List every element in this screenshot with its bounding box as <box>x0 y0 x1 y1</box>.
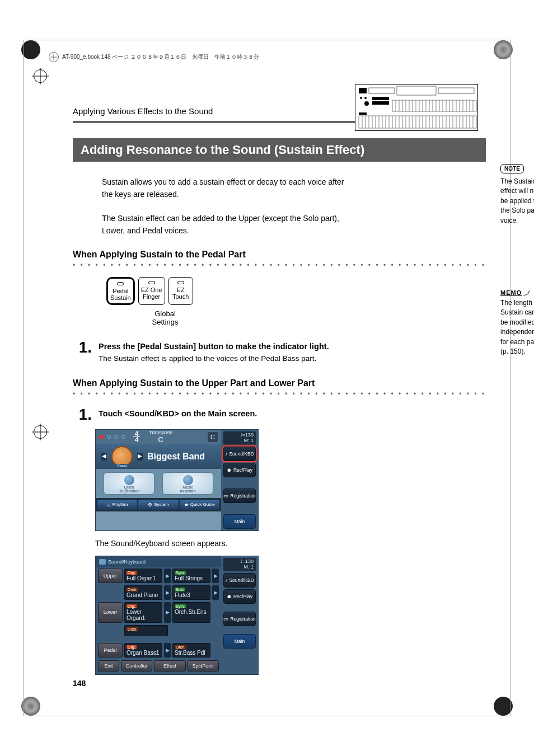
voice-more-button[interactable]: ▶ <box>212 585 219 600</box>
registration-label: Registration <box>230 616 255 622</box>
prev-registration-button[interactable]: ◀ <box>101 453 107 461</box>
step-title: Touch <Sound/KBD> on the Main screen. <box>99 409 486 418</box>
rec-play-button[interactable]: ⏺Rec/Play <box>223 589 256 604</box>
voice-cell-lower-orch[interactable]: Orch. <box>124 625 168 636</box>
transpose-value: C <box>149 435 172 444</box>
svg-rect-0 <box>359 88 367 93</box>
music-assistant-button[interactable]: MusicAssistant <box>162 472 213 495</box>
exit-button[interactable]: Exit <box>98 660 119 672</box>
dotted-rule: • • • • • • • • • • • • • • • • • • • • … <box>73 261 486 269</box>
next-registration-button[interactable]: ▶ <box>137 453 143 461</box>
voice-more-button[interactable]: ▶ <box>212 569 219 583</box>
svg-rect-2 <box>397 86 436 95</box>
beat-dot-icon <box>121 435 125 439</box>
registration-button[interactable]: ▭Registration <box>223 612 256 626</box>
sound-kbd-label: Sound/KBD <box>229 451 254 457</box>
tab-system[interactable]: ⚙System <box>138 500 178 510</box>
part-lower-button[interactable]: Lower <box>98 602 123 623</box>
button-group-caption: GlobalSettings <box>106 309 224 326</box>
time-signature: 4 4 <box>133 431 140 444</box>
main-button[interactable]: Main <box>223 514 256 529</box>
voice-cell-upper-org[interactable]: Org. Full Organ1 <box>124 569 162 583</box>
sound-kbd-button[interactable]: ♪Sound/KBD <box>223 447 256 461</box>
effect-button[interactable]: Effect <box>154 660 185 672</box>
rec-play-button[interactable]: ⏺Rec/Play <box>223 463 256 477</box>
voice-cell-upper-sym[interactable]: Sym. Full Strings <box>172 569 210 583</box>
voice-name: Lower Organ1 <box>127 609 160 621</box>
voice-category: Solo <box>175 588 185 591</box>
voice-category: Sym. <box>175 604 186 608</box>
voice-name: Flute3 <box>175 592 208 598</box>
svg-rect-1 <box>369 88 395 93</box>
note-icon: ♪ <box>225 577 227 583</box>
note-badge: NOTE <box>500 164 524 173</box>
key-button[interactable]: C <box>208 432 218 442</box>
transpose-display: Transpose C <box>149 430 172 444</box>
rec-play-icon: ⏺ <box>227 594 232 599</box>
voice-cell-lower-sym[interactable]: Sym. Orch.Str.Ens <box>172 602 210 623</box>
beat-dot-icon <box>107 435 111 439</box>
registration-label: Registration <box>230 493 255 499</box>
subheading-pedal: When Applying Sustain to the Pedal Part <box>73 250 486 260</box>
tempo-display: ♩=130 M: 1 <box>223 431 256 445</box>
sound-kbd-button[interactable]: ♪Sound/KBD <box>223 573 256 588</box>
voice-more-button[interactable]: ▶ <box>164 569 171 583</box>
svg-rect-7 <box>372 97 389 100</box>
panel-buttons-figure: PedalSustain EZ OneFinger EZTouch Global… <box>106 277 224 326</box>
ez-one-finger-label: EZ OneFinger <box>141 287 162 300</box>
voice-more-button[interactable]: ▶ <box>164 643 171 658</box>
ez-one-finger-button: EZ OneFinger <box>138 277 165 305</box>
music-assistant-label: MusicAssistant <box>163 485 213 493</box>
record-indicator-icon <box>99 435 104 439</box>
voice-name: Orch.Str.Ens <box>175 609 208 615</box>
rec-play-label: Rec/Play <box>233 594 252 599</box>
voice-more-button[interactable]: ▶ <box>164 602 171 623</box>
registration-button[interactable]: ▭Registration <box>223 489 256 503</box>
registration-icon: ▭ <box>223 493 228 499</box>
voice-category: Org. <box>127 604 137 608</box>
voice-cell-upper-solo[interactable]: Solo Flute3 <box>172 585 210 600</box>
memo-text: The length of Sustain can be modified in… <box>500 298 534 356</box>
registration-dial[interactable]: Regist <box>111 446 133 467</box>
dotted-rule: • • • • • • • • • • • • • • • • • • • • … <box>73 390 486 398</box>
voice-name: Organ Bass1 <box>127 650 160 656</box>
main-screen-figure: 4 4 Transpose C C ◀ Regist <box>95 429 259 531</box>
voice-cell-lower-org[interactable]: Org. Lower Organ1 <box>124 602 162 623</box>
window-icon <box>99 559 106 565</box>
page-number: 148 <box>73 679 86 688</box>
step-number: 1. <box>73 339 92 363</box>
screen-caption: The Sound/Keyboard screen appears. <box>95 539 486 548</box>
voice-name: Full Organ1 <box>127 575 160 581</box>
voice-category: Orch. <box>127 627 138 631</box>
voice-more-button[interactable]: ▶ <box>164 585 171 600</box>
sk-titlebar: Sound/Keyboard <box>96 556 221 567</box>
controller-button[interactable]: Controller <box>121 660 152 672</box>
book-header-text: AT-900_e.book 148 ページ ２００８年９月１６日 火曜日 午前１… <box>62 53 259 61</box>
tab-quick-guide[interactable]: ★Quick Guide <box>180 500 219 510</box>
header-arrow-icon <box>49 52 59 62</box>
ez-touch-button: EZTouch <box>168 277 193 305</box>
subheading-upper-lower: When Applying Sustain to the Upper Part … <box>73 378 486 388</box>
part-upper-button[interactable]: Upper <box>98 569 123 583</box>
sk-title: Sound/Keyboard <box>108 559 146 565</box>
ez-touch-label: EZTouch <box>172 287 189 300</box>
voice-cell-pedal-org[interactable]: Org. Organ Bass1 <box>124 643 162 658</box>
pedal-sustain-label: PedalSustain <box>110 288 131 301</box>
voice-cell-upper-orch[interactable]: Orch. Grand Piano <box>124 585 162 600</box>
svg-rect-3 <box>438 88 474 93</box>
tab-rhythm[interactable]: ♫Rhythm <box>97 500 137 510</box>
svg-point-5 <box>364 97 367 99</box>
part-pedal-button[interactable]: Pedal <box>98 643 123 658</box>
svg-rect-9 <box>392 100 476 111</box>
measure-value: M: 1 <box>226 565 254 570</box>
quick-registration-button[interactable]: QuickRegistration <box>104 472 154 495</box>
splitpoint-button[interactable]: SplitPoint <box>188 660 219 672</box>
main-button[interactable]: Main <box>223 634 256 649</box>
memo-badge: MEMO <box>500 289 522 296</box>
voice-cell-pedal-orch[interactable]: Orch. Str.Bass Pdl <box>172 643 210 658</box>
section-title: Adding Resonance to the Sound (Sustain E… <box>73 138 486 162</box>
tab-system-label: System <box>154 502 169 507</box>
transpose-label: Transpose <box>149 430 172 435</box>
step-title: Press the [Pedal Sustain] button to make… <box>99 342 486 351</box>
part-upper-label: Upper <box>104 573 118 579</box>
